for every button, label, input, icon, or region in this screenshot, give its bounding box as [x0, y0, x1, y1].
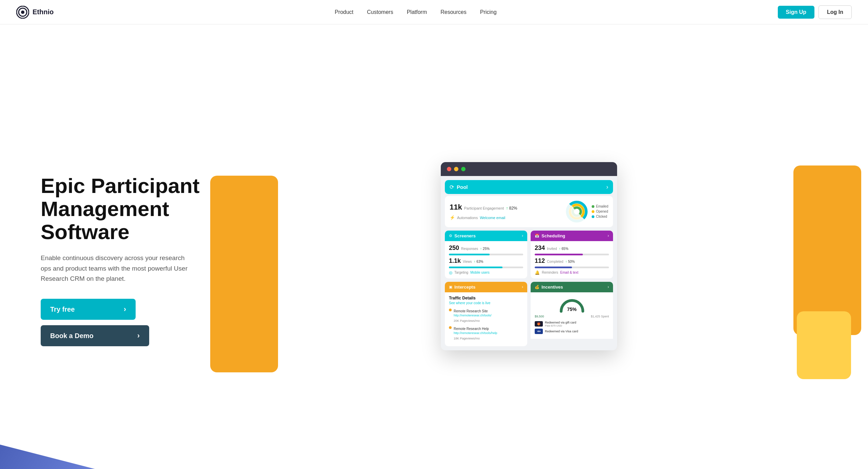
- completed-bar-bg: [535, 267, 609, 268]
- targeting-link[interactable]: Mobile users: [470, 271, 490, 274]
- reminders-label: Reminders: [542, 271, 558, 274]
- screeners-scheduling-row: ⚙ Screeners › 250 Responses ↑ 25%: [445, 231, 613, 278]
- pool-stat: 11k: [450, 203, 462, 212]
- window-dot-red: [447, 167, 451, 171]
- traffic-site1-label: Remote Research Site: [454, 309, 488, 313]
- invited-pct: ↑ 65%: [559, 247, 569, 251]
- views-bar: [449, 267, 502, 268]
- intercepts-header: ▣ Intercepts ›: [445, 282, 527, 292]
- traffic-site2-url[interactable]: http://remoteresear.ch/tools/help: [454, 331, 497, 335]
- svg-point-2: [21, 11, 24, 14]
- incentive-arc: 75%: [535, 296, 609, 313]
- hero-title: Epic Participant Management Software: [41, 174, 217, 244]
- nav-platform[interactable]: Platform: [407, 9, 427, 15]
- visa-icon: VISA: [535, 329, 543, 334]
- screeners-header: ⚙ Screeners ›: [445, 231, 527, 241]
- logo[interactable]: Ethnio: [16, 6, 54, 19]
- incentives-card: 💰 Incentives ›: [531, 282, 613, 346]
- login-button[interactable]: Log In: [818, 5, 852, 19]
- incentives-body: 75% $9,500 $1,425 Spent 🎁: [531, 292, 613, 339]
- nav-resources[interactable]: Resources: [440, 9, 466, 15]
- views-stat: 1.1k: [449, 257, 461, 265]
- dashboard-body: ⟳ Pool › 11k Participant Engagement ↑ 82: [441, 176, 617, 350]
- traffic-title: Traffic Details: [449, 296, 523, 300]
- targeting-icon: ◎: [449, 270, 452, 275]
- completed-row: 112 Completed ↑ 50%: [535, 257, 609, 265]
- nav-actions: Sign Up Log In: [778, 5, 852, 19]
- incentives-spent: $1,425 Spent: [591, 315, 609, 318]
- automations-icon: ⚡: [450, 215, 455, 220]
- automations-link[interactable]: Welcome email: [480, 216, 505, 220]
- legend-opened: Opened: [592, 210, 608, 213]
- pool-icon: ⟳: [450, 184, 454, 190]
- responses-bar: [449, 254, 490, 255]
- bg-shape-yellow: [797, 311, 851, 379]
- traffic-site2-views: 18K Pageviews/mo: [454, 337, 480, 340]
- legend-emailed: Emailed: [592, 204, 608, 208]
- intercepts-arrow-icon: ›: [522, 285, 523, 289]
- views-row: 1.1k Views ↑ 63%: [449, 257, 523, 265]
- traffic-dot-1: [449, 309, 452, 311]
- hero-section: Epic Participant Management Software Ena…: [0, 24, 868, 469]
- demo-arrow-icon: ›: [137, 331, 140, 340]
- intercepts-body: Traffic Details See where your code is l…: [445, 292, 527, 346]
- incentive-pct-label: 75%: [567, 307, 576, 312]
- intercepts-icon: ▣: [449, 285, 452, 289]
- pool-engagement-label: Participant Engagement: [464, 206, 504, 210]
- legend-clicked: Clicked: [592, 215, 608, 218]
- donut-chart: [565, 200, 588, 223]
- window-dot-yellow: [454, 167, 458, 171]
- targeting-row: ◎ Targeting Mobile users: [449, 270, 523, 275]
- legend-dot-emailed: [592, 205, 594, 208]
- incentives-title: Incentives: [541, 285, 563, 290]
- signup-button[interactable]: Sign Up: [778, 6, 814, 19]
- incentives-amounts: $9,500 $1,425 Spent: [535, 315, 609, 318]
- redeem2-label: Redeemed via Visa card: [545, 330, 578, 333]
- navbar: Ethnio Product Customers Platform Resour…: [0, 0, 868, 24]
- reminders-icon: 🔔: [535, 270, 540, 275]
- pool-arrow-icon: ›: [606, 183, 608, 191]
- nav-links: Product Customers Platform Resources Pri…: [335, 9, 496, 15]
- logo-text: Ethnio: [33, 8, 54, 16]
- bg-shape-orange-right: [793, 165, 861, 335]
- completed-label: Completed: [547, 260, 563, 263]
- pool-title: Pool: [457, 184, 468, 190]
- screeners-title: Screeners: [454, 233, 476, 238]
- reminders-link[interactable]: Email & text: [560, 271, 578, 274]
- invited-label: Invited: [547, 247, 557, 251]
- responses-row: 250 Responses ↑ 25%: [449, 245, 523, 252]
- redeemed-giftcard: 🎁 Redeemed via gift card Paid $75 USD: [535, 321, 609, 327]
- bg-shape-orange-left: [210, 176, 278, 372]
- reminders-row: 🔔 Reminders Email & text: [535, 270, 609, 275]
- incentives-arrow-icon: ›: [608, 285, 609, 289]
- hero-buttons: Try free › Book a Demo ›: [41, 299, 217, 346]
- redeem1-label: Redeemed via gift card: [545, 321, 576, 324]
- traffic-site1-url[interactable]: http://remoteresear.ch/tools/: [454, 314, 492, 317]
- book-demo-button[interactable]: Book a Demo ›: [41, 325, 149, 346]
- nav-customers[interactable]: Customers: [367, 9, 393, 15]
- legend-dot-clicked: [592, 215, 594, 218]
- incentives-icon: 💰: [535, 285, 539, 289]
- completed-bar: [535, 267, 572, 268]
- hero-subtitle: Enable continuous discovery across your …: [41, 253, 190, 284]
- pool-header-card: ⟳ Pool ›: [445, 180, 613, 194]
- responses-bar-bg: [449, 254, 523, 255]
- hero-right: ⟳ Pool › 11k Participant Engagement ↑ 82: [217, 155, 841, 366]
- incentives-header: 💰 Incentives ›: [531, 282, 613, 292]
- nav-pricing[interactable]: Pricing: [480, 9, 497, 15]
- intercepts-card: ▣ Intercepts › Traffic Details See where…: [445, 282, 527, 346]
- hero-left: Epic Participant Management Software Ena…: [41, 174, 217, 347]
- try-free-button[interactable]: Try free ›: [41, 299, 136, 320]
- traffic-dot-2: [449, 326, 452, 329]
- window-titlebar: [441, 162, 617, 176]
- scheduling-header: 📅 Scheduling ›: [531, 231, 613, 241]
- donut-legend: Emailed Opened Clicked: [592, 204, 608, 218]
- views-label: Views: [463, 260, 472, 263]
- scheduling-body: 234 Invited ↑ 65% 112 C: [531, 241, 613, 278]
- traffic-site2-label: Remote Research Help: [454, 327, 489, 331]
- nav-product[interactable]: Product: [335, 9, 353, 15]
- logo-icon: [16, 6, 29, 19]
- window-dot-green: [461, 167, 466, 171]
- giftcard-icon: 🎁: [535, 321, 543, 327]
- automations-label: Automations: [457, 216, 478, 220]
